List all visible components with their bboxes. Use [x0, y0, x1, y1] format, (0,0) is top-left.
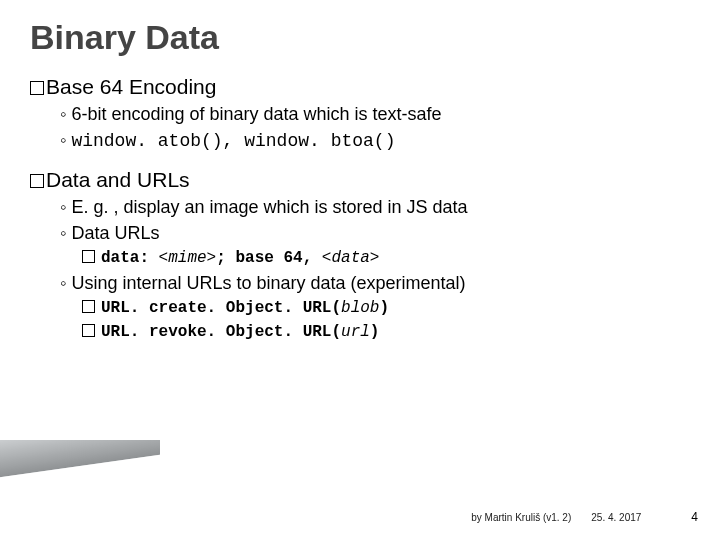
sub-item: Data URLs: [60, 220, 690, 246]
code-text: window. atob(), window. btoa(): [71, 131, 395, 151]
code-mid: ; base 64,: [216, 249, 322, 267]
sub-text: 6-bit encoding of binary data which is t…: [71, 104, 441, 124]
section-base64: Base 64 Encoding 6-bit encoding of binar…: [30, 75, 690, 154]
code-prefix: data:: [101, 249, 159, 267]
sub-text: Using internal URLs to binary data (expe…: [71, 273, 465, 293]
code-arg: blob: [341, 299, 379, 317]
code-italic: <mime>: [159, 249, 217, 267]
subsub-list: URL. create. Object. URL(blob) URL. revo…: [82, 296, 690, 344]
sub-list: 6-bit encoding of binary data which is t…: [60, 101, 690, 154]
heading-strong: Data: [46, 168, 90, 191]
subsub-item: URL. revoke. Object. URL(url): [82, 320, 690, 344]
sub-item: 6-bit encoding of binary data which is t…: [60, 101, 690, 127]
footer-date: 25. 4. 2017: [591, 512, 641, 523]
heading-strong: Base 64: [46, 75, 123, 98]
page-number: 4: [691, 510, 698, 524]
subsub-list: data: <mime>; base 64, <data>: [82, 246, 690, 270]
slide: Binary Data Base 64 Encoding 6-bit encod…: [0, 0, 720, 540]
decorative-wedge: [0, 440, 160, 480]
slide-title: Binary Data: [30, 18, 690, 57]
footer-author: by Martin Kruliš (v1. 2): [471, 512, 571, 523]
footer: by Martin Kruliš (v1. 2) 25. 4. 2017 4: [471, 510, 698, 524]
code-italic: <data>: [322, 249, 380, 267]
subsub-item: data: <mime>; base 64, <data>: [82, 246, 690, 270]
code-suffix: ): [379, 299, 389, 317]
sub-list: Using internal URLs to binary data (expe…: [60, 270, 690, 296]
heading-rest: and URLs: [90, 168, 189, 191]
code-suffix: ): [370, 323, 380, 341]
code-arg: url: [341, 323, 370, 341]
sub-item: E. g. , display an image which is stored…: [60, 194, 690, 220]
bullet-box-icon: [30, 81, 44, 95]
heading-rest: Encoding: [123, 75, 216, 98]
code-prefix: URL. revoke. Object. URL(: [101, 323, 341, 341]
sub-text: E. g. , display an image which is stored…: [71, 197, 467, 217]
code-prefix: URL. create. Object. URL(: [101, 299, 341, 317]
section-heading: Base 64 Encoding: [30, 75, 690, 99]
bullet-box-icon: [30, 174, 44, 188]
section-heading: Data and URLs: [30, 168, 690, 192]
sub-list: E. g. , display an image which is stored…: [60, 194, 690, 246]
subsub-item: URL. create. Object. URL(blob): [82, 296, 690, 320]
section-data-urls: Data and URLs E. g. , display an image w…: [30, 168, 690, 344]
sub-text: Data URLs: [71, 223, 159, 243]
sub-item: window. atob(), window. btoa(): [60, 127, 690, 154]
sub-item: Using internal URLs to binary data (expe…: [60, 270, 690, 296]
